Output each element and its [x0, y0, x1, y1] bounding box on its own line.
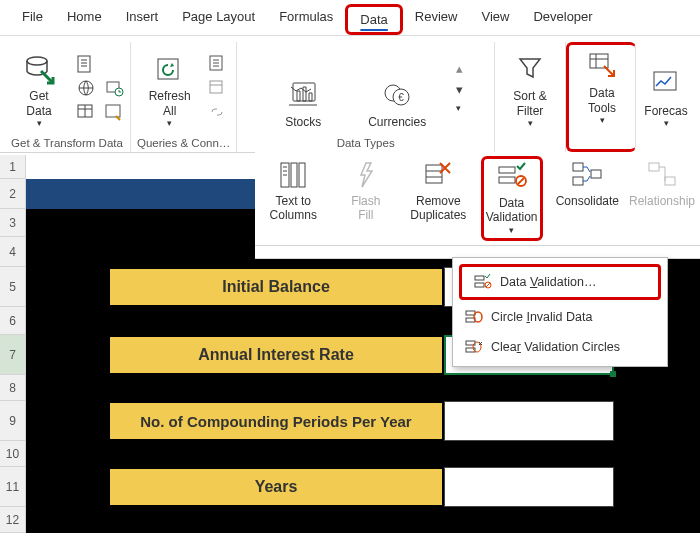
row-header-8[interactable]: 8	[0, 375, 25, 401]
data-tools-panel: Text to Columns Flash Fill Remove Duplic…	[255, 152, 700, 259]
tab-formulas[interactable]: Formulas	[267, 4, 345, 35]
menu-circle-invalid[interactable]: Circle Invalid Data	[453, 302, 667, 332]
tab-file[interactable]: File	[10, 4, 55, 35]
edit-links-icon[interactable]	[207, 102, 227, 122]
input-years[interactable]	[444, 467, 614, 507]
queries-icon[interactable]	[207, 54, 227, 74]
refresh-all-button[interactable]: Refresh All ▾	[141, 50, 199, 132]
flash-fill-button: Flash Fill	[336, 156, 397, 241]
remove-duplicates-button[interactable]: Remove Duplicates	[408, 156, 469, 241]
tab-home[interactable]: Home	[55, 4, 114, 35]
stocks-label: Stocks	[285, 115, 321, 129]
label-periods: No. of Compounding Periods Per Year	[108, 401, 444, 441]
properties-icon[interactable]	[207, 78, 227, 98]
data-validation-menu-icon	[474, 273, 492, 291]
currencies-button[interactable]: € Currencies	[362, 50, 432, 132]
remove-duplicates-icon	[422, 159, 454, 191]
data-tools-label: Data Tools	[588, 86, 616, 115]
clear-circles-icon	[465, 338, 483, 356]
data-validation-label: Data Validation	[486, 196, 538, 225]
group-data-types: Data Types	[337, 136, 395, 150]
scroll-up-icon[interactable]: ▴	[456, 61, 463, 76]
forecast-icon	[650, 68, 682, 100]
tab-view[interactable]: View	[469, 4, 521, 35]
svg-rect-28	[475, 276, 484, 280]
scroll-down-icon[interactable]: ▾	[456, 82, 463, 97]
tab-developer[interactable]: Developer	[521, 4, 604, 35]
row-header-12[interactable]: 12	[0, 507, 25, 533]
consolidate-button[interactable]: Consolidate	[555, 156, 620, 241]
refresh-all-label: Refresh All	[149, 89, 191, 118]
from-web-icon[interactable]	[76, 78, 96, 98]
svg-rect-31	[466, 311, 475, 315]
stocks-icon	[287, 79, 319, 111]
data-tools-icon	[586, 50, 618, 82]
from-table-icon[interactable]	[76, 102, 96, 122]
relationships-icon	[646, 159, 678, 191]
input-periods[interactable]	[444, 401, 614, 441]
tab-insert[interactable]: Insert	[114, 4, 171, 35]
menu-clear-circles[interactable]: Clear Validation Circles	[453, 332, 667, 362]
sort-filter-icon	[514, 53, 546, 85]
forecast-label: Forecas	[644, 104, 687, 118]
text-to-columns-label: Text to Columns	[270, 194, 317, 223]
recent-sources-icon[interactable]	[104, 78, 124, 98]
svg-rect-23	[573, 163, 583, 171]
text-to-columns-icon	[277, 159, 309, 191]
sort-filter-button[interactable]: Sort & Filter ▾	[501, 50, 559, 132]
tab-page-layout[interactable]: Page Layout	[170, 4, 267, 35]
svg-rect-1	[78, 56, 90, 72]
ribbon: Get Data ▾ Get & Transform Data Refresh …	[0, 36, 700, 153]
svg-rect-29	[475, 283, 484, 287]
svg-rect-6	[106, 105, 120, 117]
circle-invalid-icon	[465, 308, 483, 326]
tab-review[interactable]: Review	[403, 4, 470, 35]
row-header-11[interactable]: 11	[0, 467, 25, 507]
get-data-button[interactable]: Get Data ▾	[10, 50, 68, 132]
data-tools-button[interactable]: Data Tools ▾	[573, 47, 631, 129]
remove-duplicates-label: Remove Duplicates	[410, 194, 466, 223]
tab-data[interactable]: Data	[345, 4, 402, 35]
forecast-button[interactable]: Forecas ▾	[642, 50, 690, 132]
menu-circle-invalid-label: Circle Invalid Data	[491, 310, 592, 324]
row-header-2[interactable]: 2	[0, 179, 25, 209]
stocks-button[interactable]: Stocks	[268, 50, 338, 132]
svg-rect-27	[665, 177, 675, 185]
svg-point-0	[27, 57, 47, 65]
currencies-icon: €	[381, 79, 413, 111]
row-header-10[interactable]: 10	[0, 441, 25, 467]
ribbon-tabs: File Home Insert Page Layout Formulas Da…	[0, 0, 700, 36]
group-queries: Queries & Conn…	[137, 136, 230, 150]
label-initial-balance: Initial Balance	[108, 267, 444, 307]
from-text-csv-icon[interactable]	[76, 54, 96, 74]
data-validation-button[interactable]: Data Validation ▾	[481, 156, 543, 241]
svg-rect-21	[499, 177, 515, 183]
row-header-1[interactable]: 1	[0, 155, 25, 179]
row-headers: 1 2 3 4 5 6 7 8 9 10 11 12	[0, 155, 26, 533]
row-header-9[interactable]: 9	[0, 401, 25, 441]
row-header-7[interactable]: 7	[0, 335, 25, 375]
consolidate-icon	[571, 159, 603, 191]
sort-filter-label: Sort & Filter	[513, 89, 546, 118]
menu-clear-circles-label: Clear Validation Circles	[491, 340, 620, 354]
label-years: Years	[108, 467, 444, 507]
row-header-4[interactable]: 4	[0, 237, 25, 267]
svg-rect-19	[426, 165, 442, 183]
svg-text:€: €	[398, 92, 404, 103]
expand-icon[interactable]: ▾	[456, 103, 463, 113]
menu-data-validation[interactable]: Data Validation…	[459, 264, 661, 300]
consolidate-label: Consolidate	[556, 194, 619, 208]
row-header-5[interactable]: 5	[0, 267, 25, 307]
get-data-label: Get Data	[26, 89, 51, 118]
menu-data-validation-label: Data Validation…	[500, 275, 596, 289]
row-header-6[interactable]: 6	[0, 307, 25, 335]
data-validation-icon	[496, 161, 528, 193]
text-to-columns-button[interactable]: Text to Columns	[263, 156, 324, 241]
svg-point-33	[474, 312, 482, 322]
existing-connections-icon[interactable]	[104, 102, 124, 122]
svg-rect-24	[573, 177, 583, 185]
svg-rect-20	[499, 167, 515, 173]
svg-rect-18	[299, 163, 305, 187]
refresh-icon	[154, 53, 186, 85]
row-header-3[interactable]: 3	[0, 209, 25, 237]
